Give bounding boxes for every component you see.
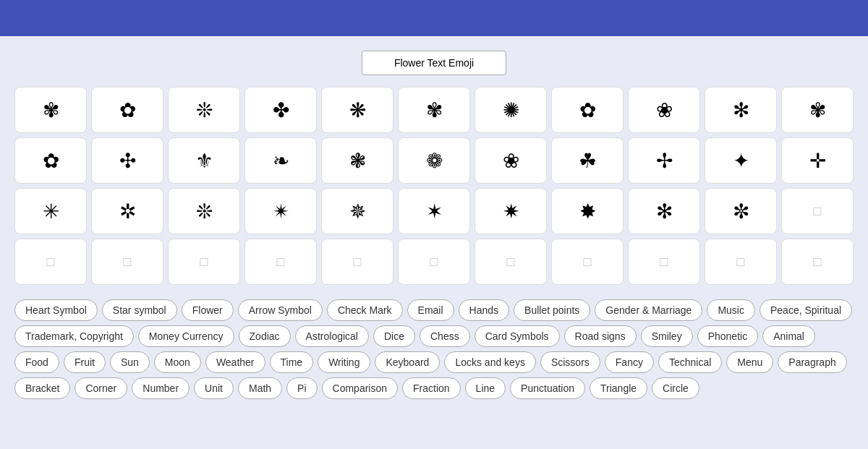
search-input[interactable]: [362, 51, 506, 75]
symbol-cell[interactable]: □: [14, 239, 87, 285]
tag-astrological[interactable]: Astrological: [295, 325, 369, 347]
symbol-cell[interactable]: □: [398, 239, 470, 285]
symbol-cell[interactable]: ✻: [705, 87, 777, 133]
symbol-cell[interactable]: □: [705, 239, 777, 285]
symbol-cell[interactable]: □: [244, 239, 317, 285]
tag-email[interactable]: Email: [407, 299, 454, 321]
symbol-cell[interactable]: ❁: [398, 137, 470, 184]
main-content: ✾✿❊✤❋✾✺✿❀✻✾✿✣⚜❧❃❁❀☘✢✦✛✳✲❊✴✵✶✷✸✻✼□□□□□□□□…: [0, 36, 868, 414]
symbol-cell[interactable]: ✿: [14, 137, 87, 184]
tag-hands[interactable]: Hands: [459, 299, 509, 321]
symbol-cell[interactable]: □: [781, 188, 854, 234]
symbol-cell[interactable]: ✛: [781, 137, 854, 184]
tag-money-currency[interactable]: Money Currency: [138, 325, 234, 347]
symbol-cell[interactable]: □: [475, 239, 547, 285]
tags-section: Heart SymbolStar symbolFlowerArrow Symbo…: [14, 299, 854, 399]
symbol-cell[interactable]: ✼: [705, 188, 777, 234]
symbol-cell[interactable]: ❀: [628, 87, 700, 133]
symbol-cell[interactable]: ❀: [475, 137, 547, 184]
symbol-cell[interactable]: ⚜: [168, 137, 240, 184]
symbol-cell[interactable]: ✾: [14, 87, 87, 133]
tag-arrow-symbol[interactable]: Arrow Symbol: [238, 299, 323, 321]
symbol-cell[interactable]: ❊: [168, 188, 240, 234]
tag-corner[interactable]: Corner: [75, 377, 127, 399]
tag-line[interactable]: Line: [465, 377, 506, 399]
tag-locks-and-keys[interactable]: Locks and keys: [444, 351, 536, 373]
tag-keyboard[interactable]: Keyboard: [375, 351, 440, 373]
search-wrapper: [14, 51, 854, 75]
tag-trademark--copyright[interactable]: Trademark, Copyright: [14, 325, 134, 347]
tag-peace--spiritual[interactable]: Peace, Spiritual: [760, 299, 852, 321]
tag-chess[interactable]: Chess: [420, 325, 470, 347]
symbol-cell[interactable]: ✻: [628, 188, 700, 234]
symbol-cell[interactable]: ✢: [628, 137, 700, 184]
symbol-cell[interactable]: ✿: [91, 87, 163, 133]
symbol-cell[interactable]: ✾: [398, 87, 470, 133]
symbol-cell[interactable]: ✸: [551, 188, 624, 234]
tag-dice[interactable]: Dice: [373, 325, 415, 347]
tag-bullet-points[interactable]: Bullet points: [514, 299, 590, 321]
tag-fraction[interactable]: Fraction: [402, 377, 461, 399]
symbol-cell[interactable]: ✾: [781, 87, 854, 133]
symbols-grid: ✾✿❊✤❋✾✺✿❀✻✾✿✣⚜❧❃❁❀☘✢✦✛✳✲❊✴✵✶✷✸✻✼□□□□□□□□…: [14, 87, 854, 285]
tag-bracket[interactable]: Bracket: [14, 377, 70, 399]
symbol-cell[interactable]: ✷: [475, 188, 547, 234]
symbol-cell[interactable]: ✤: [244, 87, 317, 133]
tag-time[interactable]: Time: [270, 351, 314, 373]
symbol-cell[interactable]: ❧: [244, 137, 317, 184]
symbol-cell[interactable]: ✶: [398, 188, 470, 234]
tag-phonetic[interactable]: Phonetic: [697, 325, 758, 347]
tag-sun[interactable]: Sun: [110, 351, 150, 373]
tag-number[interactable]: Number: [132, 377, 190, 399]
tag-fancy[interactable]: Fancy: [605, 351, 654, 373]
tag-triangle[interactable]: Triangle: [590, 377, 647, 399]
symbol-cell[interactable]: ☘: [551, 137, 624, 184]
symbol-cell[interactable]: ✵: [321, 188, 393, 234]
tag-weather[interactable]: Weather: [205, 351, 265, 373]
symbol-cell[interactable]: ❋: [321, 87, 393, 133]
symbol-cell[interactable]: ✴: [244, 188, 317, 234]
tag-punctuation[interactable]: Punctuation: [510, 377, 585, 399]
symbol-cell[interactable]: □: [781, 239, 854, 285]
tag-paragraph[interactable]: Paragraph: [778, 351, 846, 373]
tag-zodiac[interactable]: Zodiac: [239, 325, 291, 347]
tag-heart-symbol[interactable]: Heart Symbol: [14, 299, 98, 321]
symbol-cell[interactable]: □: [91, 239, 163, 285]
symbol-cell[interactable]: ✲: [91, 188, 163, 234]
symbol-cell[interactable]: ❊: [168, 87, 240, 133]
tag-pi[interactable]: Pi: [286, 377, 317, 399]
tag-fruit[interactable]: Fruit: [64, 351, 106, 373]
tag-check-mark[interactable]: Check Mark: [327, 299, 403, 321]
symbol-cell[interactable]: □: [168, 239, 240, 285]
symbol-cell[interactable]: ❃: [321, 137, 393, 184]
tag-math[interactable]: Math: [238, 377, 282, 399]
tag-smiley[interactable]: Smiley: [641, 325, 693, 347]
tag-flower[interactable]: Flower: [182, 299, 234, 321]
site-header: [0, 0, 868, 36]
tag-scissors[interactable]: Scissors: [540, 351, 600, 373]
tag-comparison[interactable]: Comparison: [322, 377, 398, 399]
symbol-cell[interactable]: ✦: [705, 137, 777, 184]
tag-animal[interactable]: Animal: [762, 325, 815, 347]
tag-food[interactable]: Food: [14, 351, 59, 373]
tag-card-symbols[interactable]: Card Symbols: [475, 325, 560, 347]
tag-gender---marriage[interactable]: Gender & Marriage: [595, 299, 702, 321]
symbol-cell[interactable]: ✣: [91, 137, 163, 184]
symbol-cell[interactable]: ✿: [551, 87, 624, 133]
symbol-cell[interactable]: ✺: [475, 87, 547, 133]
tag-menu[interactable]: Menu: [726, 351, 773, 373]
tag-unit[interactable]: Unit: [194, 377, 234, 399]
tag-music[interactable]: Music: [707, 299, 755, 321]
symbol-cell[interactable]: □: [628, 239, 700, 285]
tag-circle[interactable]: Circle: [652, 377, 699, 399]
symbol-cell[interactable]: ✳: [14, 188, 87, 234]
tag-technical[interactable]: Technical: [658, 351, 722, 373]
tag-road-signs[interactable]: Road signs: [564, 325, 637, 347]
symbol-cell[interactable]: □: [321, 239, 393, 285]
tag-writing[interactable]: Writing: [318, 351, 370, 373]
tag-moon[interactable]: Moon: [154, 351, 201, 373]
tag-star-symbol[interactable]: Star symbol: [102, 299, 177, 321]
symbol-cell[interactable]: □: [551, 239, 624, 285]
